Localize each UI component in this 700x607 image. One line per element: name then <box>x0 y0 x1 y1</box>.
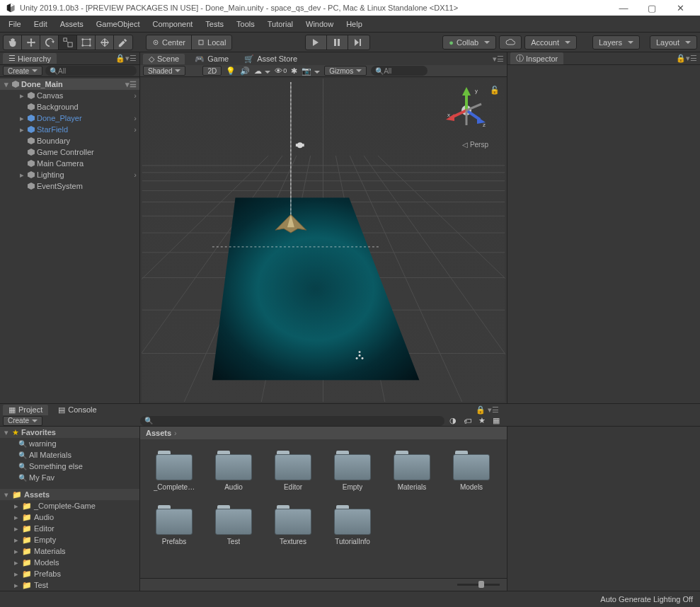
move-tool[interactable] <box>22 35 40 50</box>
disclose-icon[interactable]: ▸ <box>13 502 20 511</box>
asset-tree-item[interactable]: ▸📁_Complete-Game <box>0 500 139 511</box>
viewport-lock-icon[interactable]: 🔓 <box>490 86 500 95</box>
open-prefab-icon[interactable]: › <box>134 125 139 134</box>
inspector-tab[interactable]: ⓘ Inspector <box>510 52 563 64</box>
scale-tool[interactable] <box>59 35 77 50</box>
tab-game[interactable]: 🎮Game <box>189 54 234 64</box>
tab-asset-store[interactable]: 🛒Asset Store <box>239 54 303 64</box>
folder-item[interactable]: Editor <box>270 451 316 491</box>
status-text[interactable]: Auto Generate Lighting Off <box>600 595 693 603</box>
fx-toggle[interactable]: ☁ <box>254 67 270 76</box>
step-button[interactable] <box>348 35 369 50</box>
folder-item[interactable]: Test <box>211 505 256 545</box>
lighting-toggle[interactable]: 💡 <box>226 67 236 76</box>
audio-toggle[interactable]: 🔊 <box>240 67 250 76</box>
hierarchy-item[interactable]: ▸StarField› <box>0 124 139 135</box>
cloud-button[interactable] <box>499 35 522 50</box>
hidden-toggle[interactable]: ▦ <box>490 416 502 425</box>
layers-dropdown[interactable]: Layers <box>592 35 640 50</box>
collab-dropdown[interactable]: ●Collab <box>442 35 496 50</box>
favorite-item[interactable]: 🔍warning <box>0 438 139 449</box>
minimize-button[interactable]: — <box>609 3 638 13</box>
hierarchy-item[interactable]: ▸Lighting› <box>0 169 139 180</box>
menu-component[interactable]: Component <box>147 18 198 30</box>
disclose-icon[interactable]: ▸ <box>13 536 20 545</box>
hierarchy-item[interactable]: Background <box>0 101 139 112</box>
hierarchy-item[interactable]: Game Controller <box>0 146 139 158</box>
folder-item[interactable]: Prefabs <box>151 505 197 545</box>
folder-item[interactable]: Models <box>449 451 494 491</box>
project-tree-panel[interactable]: ▾★Favorites 🔍warning🔍All Materials🔍Somet… <box>0 427 140 591</box>
pivot-local[interactable]: Local <box>192 35 231 50</box>
disclose-icon[interactable]: ▸ <box>13 547 20 556</box>
folder-item[interactable]: Textures <box>270 505 316 545</box>
favorite-item[interactable]: 🔍Something else <box>0 461 139 472</box>
hierarchy-item[interactable]: EventSystem <box>0 180 139 192</box>
hierarchy-item[interactable]: Main Camera <box>0 158 139 169</box>
label-filter-button[interactable]: 🏷 <box>461 417 474 425</box>
folder-item[interactable]: Empty <box>330 451 375 491</box>
asset-tree-item[interactable]: ▸📁Audio <box>0 511 139 523</box>
play-button[interactable] <box>306 35 327 50</box>
slider-thumb[interactable] <box>478 581 484 588</box>
pivot-center[interactable]: Center <box>147 35 192 50</box>
tab-console[interactable]: ▤Console <box>52 405 102 415</box>
rect-tool[interactable] <box>77 35 96 50</box>
transform-tool[interactable] <box>96 35 114 50</box>
asset-tree-item[interactable]: ▸📁Materials <box>0 545 139 557</box>
hierarchy-tree[interactable]: ▾ Done_Main ▾☰ ▸Canvas›Background▸Done_P… <box>0 77 139 403</box>
close-button[interactable]: ✕ <box>666 3 694 13</box>
favorite-item[interactable]: 🔍My Fav <box>0 472 139 483</box>
panel-lock-icon[interactable]: 🔒 <box>115 54 125 63</box>
inspector-lock-icon[interactable]: 🔒 <box>676 54 686 63</box>
gizmos-dropdown[interactable]: Gizmos <box>324 66 367 76</box>
scene-panel-menu-icon[interactable]: ▾☰ <box>493 54 504 64</box>
disclose-icon[interactable]: ▸ <box>18 91 25 100</box>
disclose-icon[interactable]: ▸ <box>18 114 25 123</box>
folder-item[interactable]: _Complete… <box>151 451 197 491</box>
menu-tests[interactable]: Tests <box>200 18 229 30</box>
disclose-icon[interactable]: ▸ <box>13 570 20 579</box>
disclose-icon[interactable]: ▸ <box>13 513 20 522</box>
panel-menu-icon[interactable]: ▾☰ <box>125 54 137 63</box>
menu-window[interactable]: Window <box>300 18 339 30</box>
open-prefab-icon[interactable]: › <box>134 114 139 122</box>
projection-label[interactable]: ◁Persp <box>462 141 488 149</box>
disclose-icon[interactable]: ▸ <box>18 170 25 180</box>
folder-grid[interactable]: _Complete…AudioEditorEmptyMaterialsModel… <box>140 439 507 578</box>
hierarchy-item[interactable]: Boundary <box>0 135 139 146</box>
project-create-button[interactable]: Create <box>3 416 42 426</box>
camera-settings[interactable]: 📷 <box>302 67 320 76</box>
hand-tool[interactable] <box>4 35 22 50</box>
folder-item[interactable]: TutorialInfo <box>330 505 375 545</box>
inspector-menu-icon[interactable]: ▾☰ <box>686 54 697 63</box>
hierarchy-search[interactable]: 🔍All <box>45 66 137 76</box>
project-search[interactable]: 🔍 <box>140 416 444 426</box>
favorite-filter-button[interactable]: ★ <box>476 416 488 425</box>
orientation-gizmo[interactable]: y x z <box>442 86 491 135</box>
tab-project[interactable]: ▦Project <box>3 405 48 415</box>
hierarchy-create-button[interactable]: Create <box>3 66 42 76</box>
account-dropdown[interactable]: Account <box>524 35 577 50</box>
scene-row[interactable]: ▾ Done_Main ▾☰ <box>0 79 139 90</box>
disclose-icon[interactable]: ▾ <box>3 80 10 89</box>
assets-header[interactable]: ▾📁Assets <box>0 489 139 500</box>
folder-item[interactable]: Audio <box>211 451 256 491</box>
asset-tree-item[interactable]: ▸📁Test <box>0 579 139 591</box>
favorites-header[interactable]: ▾★Favorites <box>0 427 139 438</box>
pause-button[interactable] <box>327 35 348 50</box>
scene-search[interactable]: 🔍All <box>371 66 428 76</box>
menu-gameobject[interactable]: GameObject <box>91 18 146 30</box>
disclose-icon[interactable]: ▸ <box>13 524 20 533</box>
mode-2d-toggle[interactable]: 2D <box>202 66 222 76</box>
visibility-toggle[interactable]: 👁0 <box>275 67 287 75</box>
project-breadcrumb[interactable]: Assets › <box>140 427 507 439</box>
open-prefab-icon[interactable]: › <box>134 91 139 100</box>
bottom-lock-icon[interactable]: 🔒 ▾☰ <box>476 405 697 415</box>
maximize-button[interactable]: ▢ <box>638 3 666 13</box>
asset-tree-item[interactable]: ▸📁Prefabs <box>0 568 139 579</box>
draw-mode-dropdown[interactable]: Shaded <box>143 66 185 76</box>
filter-button[interactable]: ◑ <box>447 416 459 425</box>
menu-assets[interactable]: Assets <box>54 18 89 30</box>
scene-viewport[interactable]: 🔓 y x z ◁Persp <box>142 79 505 402</box>
